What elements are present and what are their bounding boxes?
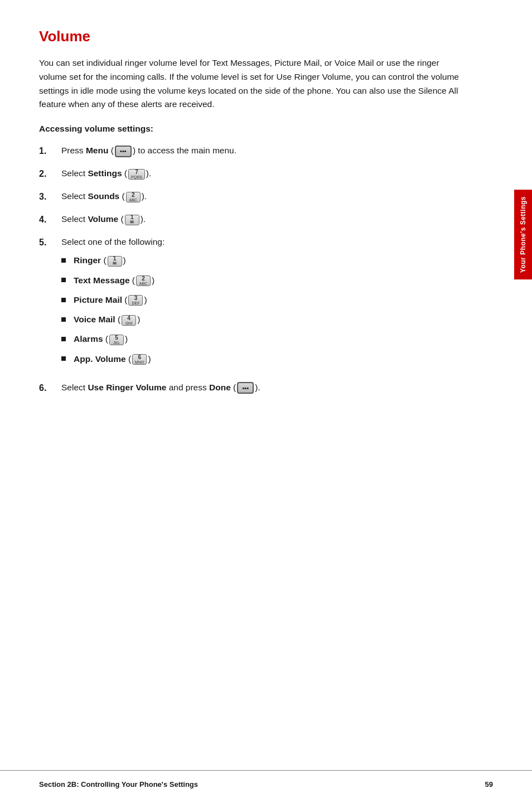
- alarms-key: 5JKL: [109, 335, 124, 345]
- intro-paragraph: You can set individual ringer volume lev…: [39, 56, 468, 112]
- step-2-number: 2.: [39, 167, 61, 181]
- step-2-content: Select Settings (7PQRS).: [61, 167, 468, 180]
- step-4-number: 4.: [39, 212, 61, 226]
- step-5: 5. Select one of the following: Ringer (…: [39, 235, 468, 372]
- sub-item-text-message: Text Message (2ABC): [61, 274, 468, 287]
- step-1-number: 1.: [39, 144, 61, 158]
- step-2-bold: Settings: [88, 168, 122, 178]
- ringer-key: 1✉: [108, 256, 122, 267]
- step-6: 6. Select Use Ringer Volume and press Do…: [39, 381, 468, 395]
- sub-item-picture-mail-text: Picture Mail (3DEF): [74, 293, 147, 306]
- step-1: 1. Press Menu (•••) to access the main m…: [39, 144, 468, 158]
- step-3-content: Select Sounds (2ABC).: [61, 190, 468, 202]
- picture-mail-key: 3DEF: [128, 295, 143, 306]
- footer-bar: Section 2B: Controlling Your Phone's Set…: [0, 770, 532, 798]
- text-message-key: 2ABC: [136, 275, 151, 286]
- step-3-bold: Sounds: [88, 191, 119, 201]
- bullet-voice-mail: [61, 317, 66, 322]
- menu-key: •••: [115, 146, 132, 157]
- step-3-number: 3.: [39, 190, 61, 204]
- bullet-text-message: [61, 278, 66, 282]
- sub-item-voice-mail: Voice Mail (4GHI): [61, 313, 468, 326]
- side-tab: Your Phone's Settings: [514, 190, 532, 279]
- main-content: Volume You can set individual ringer vol…: [0, 0, 507, 798]
- step-6-bold1: Use Ringer Volume: [88, 383, 166, 392]
- footer-left: Section 2B: Controlling Your Phone's Set…: [39, 780, 198, 789]
- steps-list: 1. Press Menu (•••) to access the main m…: [39, 144, 468, 395]
- step-1-bold: Menu: [86, 146, 108, 155]
- step-3: 3. Select Sounds (2ABC).: [39, 190, 468, 204]
- bullet-picture-mail: [61, 298, 66, 302]
- volume-key: 1✉: [125, 215, 139, 225]
- sub-item-alarms: Alarms (5JKL): [61, 332, 468, 345]
- sub-list: Ringer (1✉) Text Message (2ABC): [61, 254, 468, 365]
- step-4-bold: Volume: [88, 214, 118, 224]
- page-wrapper: Your Phone's Settings Volume You can set…: [0, 0, 532, 798]
- page-title: Volume: [39, 28, 468, 45]
- step-6-content: Select Use Ringer Volume and press Done …: [61, 381, 468, 394]
- sub-item-voice-mail-text: Voice Mail (4GHI): [74, 313, 140, 326]
- sub-item-app-volume-text: App. Volume (6MNO): [74, 352, 151, 365]
- app-volume-key: 6MNO: [132, 354, 147, 365]
- footer-page: 59: [485, 780, 493, 789]
- section-heading: Accessing volume settings:: [39, 124, 468, 134]
- step-6-bold2: Done: [209, 383, 231, 392]
- sub-item-alarms-text: Alarms (5JKL): [74, 332, 128, 345]
- sounds-key: 2ABC: [126, 192, 141, 202]
- bullet-ringer: [61, 258, 66, 263]
- step-5-number: 5.: [39, 235, 61, 249]
- bullet-app-volume: [61, 356, 66, 361]
- step-6-number: 6.: [39, 381, 61, 395]
- settings-key: 7PQRS: [128, 169, 145, 180]
- bullet-alarms: [61, 337, 66, 341]
- side-tab-text: Your Phone's Settings: [519, 196, 527, 273]
- step-5-content: Select one of the following: Ringer (1✉): [61, 235, 468, 372]
- step-4: 4. Select Volume (1✉).: [39, 212, 468, 226]
- step-4-content: Select Volume (1✉).: [61, 212, 468, 225]
- sub-item-ringer-text: Ringer (1✉): [74, 254, 126, 267]
- sub-item-text-message-text: Text Message (2ABC): [74, 274, 154, 287]
- step-1-content: Press Menu (•••) to access the main menu…: [61, 144, 468, 157]
- voice-mail-key: 4GHI: [122, 315, 136, 326]
- sub-item-ringer: Ringer (1✉): [61, 254, 468, 267]
- sub-item-picture-mail: Picture Mail (3DEF): [61, 293, 468, 306]
- sub-item-app-volume: App. Volume (6MNO): [61, 352, 468, 365]
- done-key: •••: [237, 382, 254, 394]
- step-2: 2. Select Settings (7PQRS).: [39, 167, 468, 181]
